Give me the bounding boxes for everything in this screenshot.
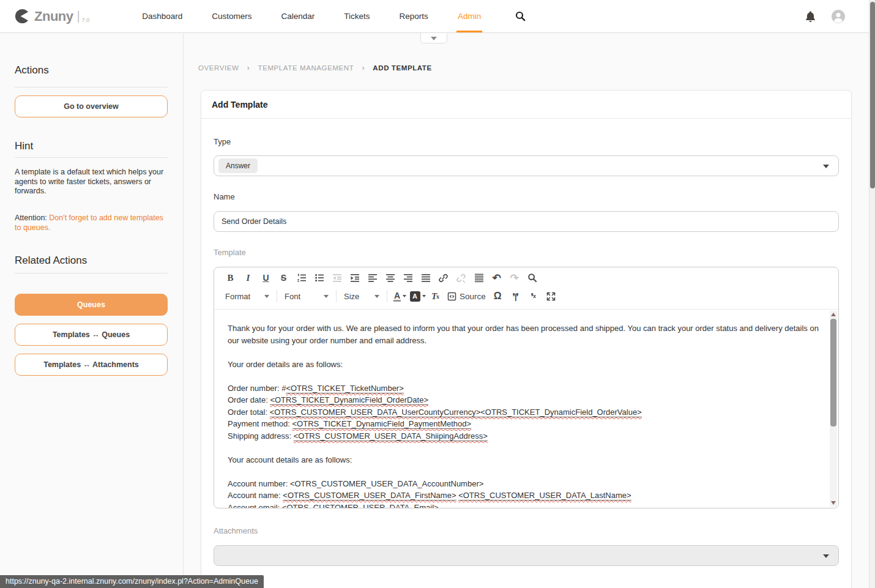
header-collapse-toggle[interactable] [420, 33, 447, 43]
toolbar-separator [336, 290, 337, 302]
editor-line: Account email: <OTRS_CUSTOMER_USER_DATA_… [228, 502, 822, 508]
editor-line: Account name: <OTRS_CUSTOMER_USER_DATA_F… [228, 489, 822, 502]
queues-button[interactable]: Queues [15, 294, 168, 316]
editor-line [228, 466, 822, 478]
breadcrumb-template-management[interactable]: TEMPLATE MANAGEMENT [258, 64, 354, 72]
bulleted-list-button[interactable] [311, 270, 327, 286]
page-scrollbar[interactable] [869, 0, 875, 588]
chevron-down-icon [374, 295, 379, 298]
editor-line [228, 442, 822, 454]
indent-button[interactable] [346, 270, 363, 286]
znuny-logo[interactable]: Znuny | 7.0 [15, 9, 89, 24]
type-selected-chip[interactable]: Answer [218, 158, 258, 173]
templates-queues-button[interactable]: Templates ↔ Queues [15, 324, 168, 346]
size-dropdown[interactable]: Size [340, 288, 383, 304]
text-color-button[interactable]: A [392, 288, 408, 304]
editor-line: Your order details are as follows: [228, 359, 822, 371]
editor-line [228, 346, 822, 359]
go-to-overview-button[interactable]: Go to overview [15, 95, 168, 117]
bold-button[interactable]: B [222, 270, 239, 286]
sidebar: Actions Go to overview Hint A template i… [0, 34, 184, 588]
source-button-label: Source [460, 292, 486, 301]
background-color-icon: A [410, 291, 420, 302]
align-left-button[interactable] [364, 270, 381, 286]
brand-version: 7.0 [82, 17, 90, 23]
nav-item-tickets[interactable]: Tickets [329, 0, 384, 32]
justify-button[interactable] [417, 270, 434, 286]
background-color-button[interactable]: A [409, 288, 426, 304]
chevron-down-icon [823, 165, 829, 168]
otrs-smart-tag: <OTRS_TICKET_DynamicField_OrderValue> [480, 408, 641, 417]
breadcrumb-current: ADD TEMPLATE [373, 64, 431, 72]
editor-line: Order number: #<OTRS_TICKET_TicketNumber… [228, 382, 822, 395]
otrs-smart-tag: <OTRS_CUSTOMER_USER_DATA_LastName> [458, 491, 631, 501]
name-input[interactable]: Send Order Details [214, 211, 839, 232]
add-template-card: Add Template Type Answer Name Send Order… [201, 90, 852, 588]
chevron-down-icon [324, 295, 329, 298]
actions-heading: Actions [15, 64, 168, 76]
chevron-down-icon [823, 554, 829, 558]
toolbar-separator [277, 290, 277, 302]
breadcrumb-overview[interactable]: OVERVIEW [198, 64, 239, 72]
special-character-button[interactable]: Ω [490, 288, 506, 304]
topnav-right [805, 9, 846, 24]
maximize-button[interactable] [543, 288, 559, 304]
link-button[interactable] [435, 270, 452, 286]
chevron-down-icon [431, 37, 437, 40]
italic-button[interactable]: I [240, 270, 256, 286]
page-scrollbar-thumb[interactable] [870, 2, 875, 188]
font-dropdown[interactable]: Font [281, 288, 332, 304]
format-dropdown[interactable]: Format [222, 288, 273, 304]
align-right-button[interactable] [400, 270, 416, 286]
main-menu: Dashboard Customers Calendar Tickets Rep… [127, 0, 540, 32]
attention-text: Attention: Don't forget to add new templ… [15, 213, 168, 233]
toolbar-separator [387, 290, 387, 302]
nav-item-admin[interactable]: Admin [443, 0, 496, 32]
nav-item-calendar[interactable]: Calendar [267, 0, 330, 32]
scroll-up-icon[interactable] [831, 313, 836, 316]
source-button[interactable]: Source [445, 288, 488, 304]
quote-remove-button[interactable]: ❜x [525, 288, 542, 304]
type-select[interactable]: Answer [214, 155, 839, 176]
align-center-button[interactable] [382, 270, 398, 286]
underline-button[interactable]: U [258, 270, 274, 286]
source-icon [447, 292, 456, 301]
undo-button[interactable]: ↶ [488, 270, 505, 286]
status-bar-url: https://znuny-qa-2.internal.znuny.com/zn… [0, 575, 264, 588]
numbered-list-button[interactable] [293, 270, 310, 286]
editor-toolbar-row1: B I U S [214, 267, 838, 287]
hint-heading: Hint [15, 140, 168, 152]
related-actions-heading: Related Actions [15, 255, 168, 267]
card-body: Type Answer Name Send Order Details Temp… [201, 137, 851, 588]
templates-attachments-button[interactable]: Templates ↔ Attachments [15, 354, 168, 376]
format-dropdown-label: Format [225, 292, 250, 301]
otrs-smart-tag: <OTRS_TICKET_DynamicField_OrderDate> [270, 395, 428, 405]
find-button[interactable] [524, 270, 540, 286]
editor-line: Shipping address: <OTRS_CUSTOMER_USER_DA… [228, 430, 822, 442]
remove-format-button[interactable]: Tx [427, 288, 444, 304]
name-label: Name [214, 192, 839, 201]
notifications-bell-icon[interactable] [805, 10, 816, 23]
type-label: Type [214, 137, 839, 146]
scroll-down-icon[interactable] [831, 501, 836, 505]
template-label: Template [214, 248, 839, 257]
search-icon[interactable] [501, 0, 540, 32]
rich-text-editor: B I U S [214, 267, 839, 508]
attachments-select[interactable] [214, 545, 839, 566]
chevron-right-icon: › [362, 63, 365, 72]
outdent-button [329, 270, 345, 286]
strikethrough-button[interactable]: S [275, 270, 292, 286]
editor-scrollbar-thumb[interactable] [830, 319, 836, 426]
nav-item-reports[interactable]: Reports [385, 0, 443, 32]
editor-line: Order total: <OTRS_CUSTOMER_USER_DATA_Us… [228, 406, 822, 419]
editor-scrollbar[interactable] [830, 311, 837, 507]
editor-line [228, 370, 822, 382]
quote-split-button[interactable]: ❜|❜ [507, 288, 524, 304]
user-avatar[interactable] [831, 9, 846, 24]
nav-item-dashboard[interactable]: Dashboard [127, 0, 197, 32]
editor-content[interactable]: Thank you for your order with us. We are… [214, 310, 828, 508]
chevron-down-icon [403, 295, 406, 297]
znuny-logo-icon [15, 9, 30, 24]
nav-item-customers[interactable]: Customers [197, 0, 266, 32]
blockquote-button[interactable] [471, 270, 487, 286]
